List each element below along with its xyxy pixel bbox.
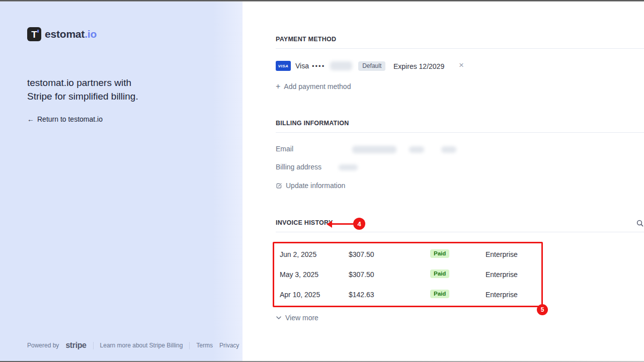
headline-line-2: Stripe for simplified billing. <box>27 89 188 103</box>
visa-card-icon: VISA <box>276 61 291 71</box>
annotation-arrow-line <box>332 223 355 225</box>
headline-line-1: testomat.io partners with <box>27 76 188 89</box>
terms-link[interactable]: Terms <box>196 342 213 349</box>
remove-card-icon[interactable]: × <box>459 60 464 70</box>
logo-letter: T <box>31 30 37 39</box>
powered-by-label: Powered by <box>27 342 59 349</box>
annotation-step-4: 4 <box>353 218 365 230</box>
billing-information-title: BILLING INFORMATION <box>276 120 349 127</box>
footer-divider <box>189 342 190 349</box>
payment-method-title: PAYMENT METHOD <box>276 36 336 43</box>
email-label: Email <box>276 145 293 153</box>
card-last4-redacted <box>330 61 352 70</box>
annotation-highlight-box <box>273 242 543 307</box>
learn-more-link[interactable]: Learn more about Stripe Billing <box>100 342 183 349</box>
update-information-button[interactable]: Update information <box>276 182 345 190</box>
logo-wordmark-dark: estomat <box>45 28 85 40</box>
card-expiry-label: Expires 12/2029 <box>393 62 444 70</box>
view-more-label: View more <box>285 314 318 322</box>
card-brand-label: Visa <box>295 62 309 70</box>
sidebar: T estomat.io testomat.io partners with S… <box>0 2 243 361</box>
stripe-logo: stripe <box>65 341 86 350</box>
annotation-step-5: 5 <box>537 304 548 315</box>
logo-accent-mark <box>37 30 39 33</box>
back-arrow-icon: ← <box>27 115 34 123</box>
privacy-link[interactable]: Privacy <box>219 342 239 349</box>
logo-wordmark: estomat.io <box>45 28 97 40</box>
partner-headline: testomat.io partners with Stripe for sim… <box>27 76 188 103</box>
footer-divider <box>93 342 94 349</box>
return-link-label: Return to testomat.io <box>37 115 103 123</box>
add-payment-method-button[interactable]: + Add payment method <box>276 82 351 90</box>
visa-icon-text: VISA <box>278 64 289 68</box>
edit-icon <box>276 183 282 189</box>
logo-wordmark-accent: .io <box>85 28 97 40</box>
default-badge: Default <box>358 61 385 71</box>
address-value-redacted <box>339 164 358 170</box>
return-link[interactable]: ← Return to testomat.io <box>27 115 103 123</box>
chevron-down-icon <box>276 315 282 321</box>
email-value-redacted <box>441 146 456 153</box>
billing-portal-page: T estomat.io testomat.io partners with S… <box>0 0 644 362</box>
view-more-button[interactable]: View more <box>276 314 318 322</box>
invoice-history-title: INVOICE HISTORY <box>276 219 333 226</box>
section-divider <box>276 48 644 49</box>
sidebar-footer: Powered by stripe Learn more about Strip… <box>27 341 239 350</box>
plus-icon: + <box>276 82 280 90</box>
payment-card-row: VISA Visa •••• Default <box>276 61 385 71</box>
testomat-logo: T estomat.io <box>27 27 97 41</box>
section-divider <box>276 132 644 133</box>
section-divider <box>276 232 644 232</box>
email-value-redacted <box>352 146 396 153</box>
testomat-logo-icon: T <box>27 27 41 41</box>
add-payment-method-label: Add payment method <box>284 82 351 90</box>
email-value-redacted <box>409 146 424 153</box>
update-information-label: Update information <box>286 182 345 190</box>
search-icon[interactable] <box>636 219 644 229</box>
card-number-dots: •••• <box>312 62 325 70</box>
billing-address-label: Billing address <box>276 163 321 171</box>
